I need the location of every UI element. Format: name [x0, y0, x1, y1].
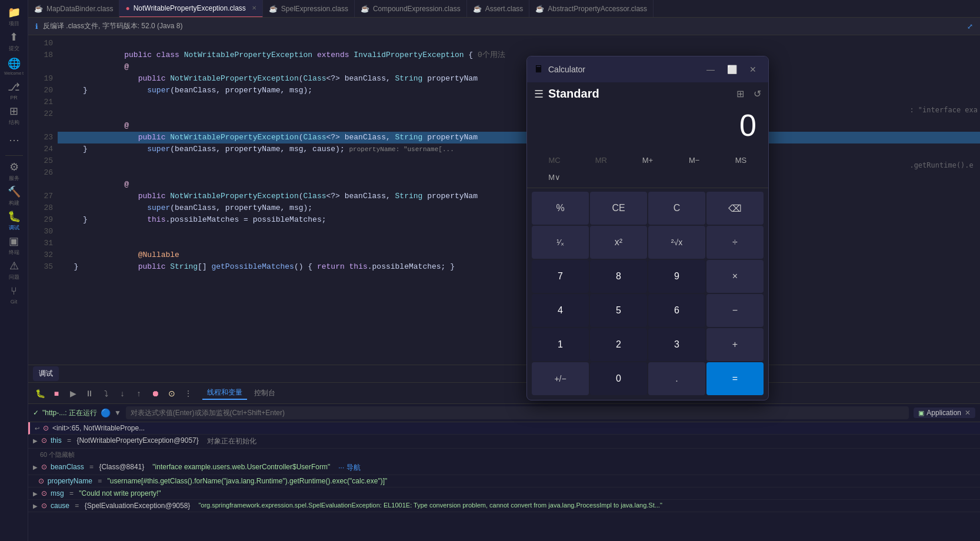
- calc-btn-7[interactable]: 7: [532, 260, 589, 293]
- toolbar-btn-bug[interactable]: 🐛: [33, 386, 47, 400]
- tab-abstractproperty[interactable]: ☕ AbstractPropertyAccessor.class: [529, 0, 654, 18]
- calc-btn-backspace[interactable]: ⌫: [706, 192, 764, 225]
- expand-msg-icon[interactable]: ▶: [33, 490, 38, 497]
- calc-btn-ce[interactable]: CE: [590, 192, 647, 225]
- calc-btn-negate[interactable]: +/−: [532, 362, 589, 395]
- calc-btn-divide[interactable]: ÷: [706, 226, 764, 259]
- toolbar-btn-more[interactable]: ⋮: [181, 386, 195, 400]
- sidebar-item-git[interactable]: ⑂ Git: [2, 283, 26, 306]
- mem-btn-mv[interactable]: M∨: [532, 169, 577, 185]
- toolbar-btn-stepover[interactable]: ⤵: [99, 386, 113, 400]
- debug-item-propertyname[interactable]: ⊙ propertyName = "username[#this.getClas…: [28, 475, 980, 487]
- calc-btn-subtract[interactable]: −: [706, 294, 764, 327]
- tab-compoundexpression[interactable]: ☕ CompoundExpression.class: [355, 0, 467, 18]
- calc-btn-decimal[interactable]: .: [648, 362, 705, 395]
- debug-link-beanclass[interactable]: ··· 导航: [338, 463, 360, 473]
- calc-btn-2[interactable]: 2: [590, 328, 647, 361]
- calc-keep-btn[interactable]: ⊞: [736, 88, 744, 99]
- expand-cause-icon[interactable]: ▶: [33, 503, 38, 509]
- tab-label-assert: Assert.class: [485, 5, 524, 13]
- expand-icon[interactable]: ⤢: [967, 22, 973, 31]
- app-tab[interactable]: ▣ Application ✕: [914, 408, 975, 418]
- expand-propertyname-icon[interactable]: [33, 478, 35, 485]
- console-tab[interactable]: 控制台: [249, 387, 280, 399]
- tab-assert[interactable]: ☕ Assert.class: [467, 0, 530, 18]
- calc-btn-sqrt[interactable]: ²√x: [648, 226, 705, 259]
- toolbar-btn-stepout[interactable]: ↑: [132, 386, 146, 400]
- sidebar-item-more[interactable]: ⋯: [2, 128, 26, 152]
- expand-beanclass-icon[interactable]: ▶: [33, 464, 38, 470]
- thread-vars-tab[interactable]: 线程和变量: [202, 386, 247, 400]
- calc-history-btn[interactable]: ↺: [754, 88, 761, 99]
- mem-btn-mplus[interactable]: M+: [625, 152, 670, 168]
- sidebar-item-problems[interactable]: ⚠ 问题: [2, 258, 26, 282]
- session-dropdown-icon[interactable]: ▼: [114, 409, 121, 417]
- debug-eq-beanclass: =: [88, 463, 96, 471]
- calc-menu-btn[interactable]: ☰: [534, 88, 544, 101]
- toolbar-btn-stepinto[interactable]: ↓: [115, 386, 129, 400]
- stack-item-text: <init>:65, NotWritablePrope...: [52, 424, 145, 432]
- toolbar-btn-watch[interactable]: ⊙: [165, 386, 179, 400]
- tab-label-spelexpression: SpelExpression.class: [281, 5, 348, 13]
- expand-this-icon[interactable]: ▶: [33, 438, 38, 444]
- debug-item-beanclass[interactable]: ▶ ⊙ beanClass = {Class@8841} "interface …: [28, 461, 980, 475]
- sidebar-item-project[interactable]: 📁 项目: [2, 5, 26, 28]
- calc-btn-8[interactable]: 8: [590, 260, 647, 293]
- info-bar: ℹ 反编译 .class文件, 字节码版本: 52.0 (Java 8) ⤢: [28, 18, 980, 35]
- sidebar-item-terminal[interactable]: ▣ 终端: [2, 233, 26, 257]
- session-bar: ✓ "http-...: 正在运行 🔵 ▼ ▣ Application ✕: [28, 404, 980, 422]
- mem-btn-mr[interactable]: MR: [578, 152, 624, 168]
- mem-btn-mc[interactable]: MC: [532, 152, 577, 168]
- debug-item-this[interactable]: ▶ ⊙ this = {NotWritablePropertyException…: [28, 435, 980, 449]
- sidebar-item-build[interactable]: 🔨 构建: [2, 184, 26, 208]
- toolbar-btn-pause[interactable]: ⏸: [82, 386, 96, 400]
- calc-btn-0[interactable]: 0: [590, 362, 647, 395]
- sidebar-label-terminal: 终端: [9, 249, 19, 256]
- calc-btn-9[interactable]: 9: [648, 260, 705, 293]
- calc-btn-equals[interactable]: =: [706, 362, 764, 395]
- debug-item-cause[interactable]: ▶ ⊙ cause = {SpelEvaluationException@905…: [28, 500, 980, 512]
- tab-mapdatabinder[interactable]: ☕ MapDataBinder.class: [28, 0, 119, 18]
- sidebar-item-services[interactable]: ⚙ 服务: [2, 159, 26, 183]
- toolbar-btn-record[interactable]: ⏺: [148, 386, 162, 400]
- calc-btn-4[interactable]: 4: [532, 294, 589, 327]
- tab-icon-compoundexpression: ☕: [361, 5, 369, 13]
- tab-notwritable[interactable]: ● NotWritablePropertyException.class ✕: [119, 0, 262, 18]
- calc-btn-3[interactable]: 3: [648, 328, 705, 361]
- bottom-tab-debug[interactable]: 调试: [33, 366, 59, 381]
- debug-item-msg[interactable]: ▶ ⊙ msg = "Could not write property!": [28, 487, 980, 500]
- calc-btn-multiply[interactable]: ×: [706, 260, 764, 293]
- sidebar-item-pr[interactable]: ⎇ PR: [2, 79, 26, 102]
- tab-spelexpression[interactable]: ☕ SpelExpression.class: [263, 0, 355, 18]
- expression-input[interactable]: [126, 406, 909, 419]
- calc-minimize-btn[interactable]: —: [702, 61, 719, 78]
- tab-close-notwritable[interactable]: ✕: [252, 5, 256, 11]
- calc-btn-reciprocal[interactable]: ¹⁄ₓ: [532, 226, 589, 259]
- sidebar-item-commit[interactable]: ⬆ 提交: [2, 29, 26, 53]
- debug-key-propertyname: propertyName: [48, 477, 92, 485]
- toolbar-btn-stop[interactable]: ■: [49, 386, 64, 400]
- info-icon: ℹ: [35, 22, 38, 31]
- more-icon: ⋯: [9, 133, 19, 146]
- toolbar-btn-resume[interactable]: ▶: [66, 386, 80, 400]
- calc-btn-6[interactable]: 6: [648, 294, 705, 327]
- code-line-30: [58, 226, 980, 238]
- build-icon: 🔨: [8, 185, 21, 198]
- tab-label-compoundexpression: CompoundExpression.class: [373, 5, 461, 13]
- calc-btn-5[interactable]: 5: [590, 294, 647, 327]
- mem-btn-ms[interactable]: MS: [718, 152, 764, 168]
- calc-btn-square[interactable]: x²: [590, 226, 647, 259]
- calc-maximize-btn[interactable]: ⬜: [724, 61, 740, 78]
- stack-item[interactable]: ↩ ⊙ <init>:65, NotWritablePrope...: [28, 422, 980, 435]
- calc-btn-percent[interactable]: %: [532, 192, 589, 225]
- sidebar-item-account[interactable]: 🌐 Welcome t: [2, 54, 26, 78]
- calc-btn-add[interactable]: +: [706, 328, 764, 361]
- sidebar-item-structure[interactable]: ⊞ 结构: [2, 103, 26, 127]
- calc-btn-1[interactable]: 1: [532, 328, 589, 361]
- app-tab-close[interactable]: ✕: [965, 409, 971, 417]
- calc-close-btn[interactable]: ✕: [745, 61, 761, 78]
- sidebar-item-debug[interactable]: 🐛 调试: [2, 209, 26, 232]
- mem-btn-mminus[interactable]: M−: [672, 152, 717, 168]
- filter-icon[interactable]: 🔵: [101, 408, 111, 418]
- calc-btn-c[interactable]: C: [648, 192, 705, 225]
